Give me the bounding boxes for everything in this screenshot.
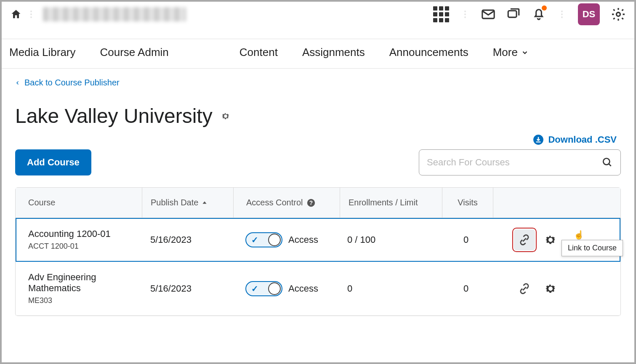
visits-count: 0 (441, 234, 491, 245)
th-access-label: Access Control (246, 198, 303, 207)
nav-assignments[interactable]: Assignments (302, 46, 365, 59)
course-code: ME303 (28, 296, 142, 305)
link-icon (518, 234, 531, 246)
course-name[interactable]: Accounting 1200-01 (28, 228, 142, 239)
org-title-blurred (43, 7, 186, 21)
enrollment-count: 0 / 100 (339, 234, 441, 245)
check-icon: ✓ (251, 284, 258, 294)
access-toggle[interactable]: ✓ (245, 232, 282, 247)
notifications-icon[interactable] (532, 6, 546, 22)
nav-media-library[interactable]: Media Library (9, 46, 76, 59)
app-switcher-icon[interactable] (433, 6, 449, 22)
back-link[interactable]: Back to Course Publisher (15, 78, 621, 88)
access-label: Access (288, 234, 318, 245)
course-code: ACCT 1200-01 (28, 242, 142, 251)
publish-date: 5/16/2023 (142, 283, 233, 294)
access-label: Access (288, 283, 318, 294)
settings-icon[interactable] (611, 7, 626, 22)
svg-point-4 (603, 158, 609, 165)
user-avatar[interactable]: DS (578, 3, 600, 25)
table-row: Adv Engineering Mathematics ME303 5/16/2… (16, 262, 620, 316)
search-input-wrap[interactable] (419, 149, 621, 175)
publish-date: 5/16/2023 (142, 234, 233, 245)
th-course[interactable]: Course (16, 198, 142, 207)
home-icon[interactable] (10, 8, 22, 20)
nav-content[interactable]: Content (239, 46, 278, 59)
chat-icon[interactable] (506, 7, 521, 21)
th-publish-date[interactable]: Publish Date (142, 198, 233, 207)
link-icon (518, 282, 531, 295)
sort-asc-icon (202, 200, 208, 206)
search-input[interactable] (427, 157, 602, 168)
link-to-course-button[interactable] (514, 229, 535, 250)
download-csv-label: Download .CSV (548, 134, 617, 145)
nav-course-admin[interactable]: Course Admin (100, 46, 169, 59)
svg-rect-1 (508, 11, 516, 18)
separator-dots (460, 11, 470, 18)
chevron-left-icon (15, 79, 20, 87)
access-toggle[interactable]: ✓ (245, 281, 282, 296)
nav-announcements[interactable]: Announcements (389, 46, 468, 59)
courses-table: Course Publish Date Access Control ? Enr… (15, 187, 621, 316)
title-settings-icon[interactable] (221, 112, 230, 121)
add-course-button[interactable]: Add Course (15, 149, 91, 175)
mail-icon[interactable] (481, 7, 495, 21)
separator-dots (557, 11, 567, 18)
row-settings-icon[interactable] (544, 234, 557, 246)
th-publish-label: Publish Date (151, 198, 198, 207)
download-icon (533, 134, 544, 145)
th-visits: Visits (442, 198, 493, 207)
th-enrollments: Enrollments / Limit (340, 198, 442, 207)
th-access-control: Access Control ? (234, 198, 340, 207)
check-icon: ✓ (251, 235, 258, 245)
row-settings-icon[interactable] (544, 282, 557, 295)
svg-point-2 (617, 13, 620, 16)
course-name[interactable]: Adv Engineering Mathematics (28, 272, 142, 294)
nav-more[interactable]: More (493, 46, 529, 59)
separator-dots (26, 11, 36, 18)
search-icon (602, 157, 613, 168)
notification-badge (542, 5, 547, 11)
nav-more-label: More (493, 46, 518, 59)
tooltip: Link to Course (561, 240, 623, 256)
page-title: Lake Valley University (15, 104, 213, 128)
chevron-down-icon (521, 49, 529, 56)
visits-count: 0 (441, 283, 491, 294)
back-link-label: Back to Course Publisher (24, 78, 120, 88)
enrollment-count: 0 (339, 283, 441, 294)
help-icon[interactable]: ? (306, 198, 316, 207)
table-row: Accounting 1200-01 ACCT 1200-01 5/16/202… (16, 218, 620, 262)
link-to-course-button[interactable] (514, 278, 535, 299)
svg-text:?: ? (309, 199, 312, 206)
download-csv-link[interactable]: Download .CSV (533, 134, 617, 145)
